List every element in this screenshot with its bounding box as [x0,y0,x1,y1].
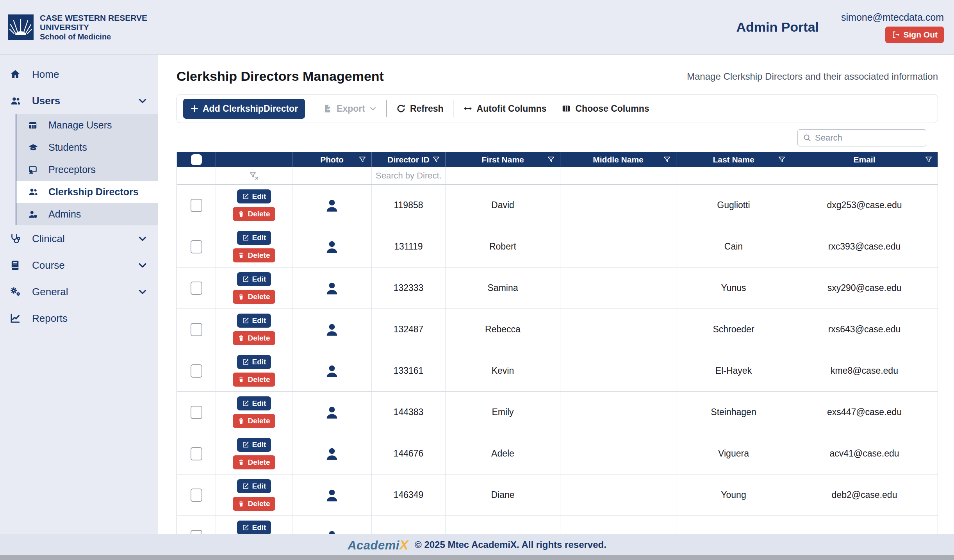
middle-name-cell [560,392,676,433]
sidebar-item-admins[interactable]: Admins [16,203,158,225]
director-id-cell: 144676 [372,433,446,474]
avatar-icon [324,446,340,462]
delete-button[interactable]: Delete [233,248,275,262]
email-cell [791,516,938,534]
row-checkbox[interactable] [191,364,202,378]
filter-funnel-icon[interactable] [924,155,933,164]
academix-logo: AcademiX [348,537,408,553]
sidebar-item-clerkship-directors[interactable]: Clerkship Directors [16,181,158,203]
brand-line2: UNIVERSITY [40,23,147,32]
sidebar-item-label: General [32,286,127,298]
filter-cell-director-id [372,167,446,184]
sidebar-item-clinical[interactable]: Clinical [0,225,158,252]
choose-columns-button[interactable]: Choose Columns [560,101,651,116]
refresh-button[interactable]: Refresh [394,101,445,116]
delete-button[interactable]: Delete [233,290,275,304]
row-checkbox[interactable] [191,530,202,534]
sidebar-item-general[interactable]: General [0,278,158,305]
sidebar-item-reports[interactable]: Reports [0,305,158,332]
trash-icon [238,210,244,218]
column-header-first-name[interactable]: First Name [446,152,560,167]
delete-button[interactable]: Delete [233,497,275,511]
edit-button[interactable]: Edit [237,479,271,493]
email-cell: exs447@case.edu [791,392,938,433]
middle-name-cell [560,516,676,534]
sidebar-item-users[interactable]: Users [0,87,158,114]
app-window: CASE WESTERN RESERVE UNIVERSITY School o… [0,0,954,560]
table-row: Edit Delete 132487 Rebecca Schroeder rxs… [177,309,938,350]
last-name-cell: Young [676,474,791,515]
row-checkbox[interactable] [191,489,202,502]
photo-cell [292,516,372,534]
clear-filter-icon[interactable] [249,171,259,181]
row-checkbox[interactable] [191,240,202,253]
edit-button[interactable]: Edit [237,314,271,328]
edit-button[interactable]: Edit [237,189,271,203]
director-id-filter-input[interactable] [372,171,445,181]
sidebar-item-label: Home [32,68,148,80]
column-header-photo[interactable]: Photo [292,152,372,167]
edit-button[interactable]: Edit [237,396,271,410]
row-select-cell [177,516,216,534]
column-header-middle-name[interactable]: Middle Name [560,152,676,167]
director-id-cell: 132487 [372,309,446,350]
edit-button-label: Edit [252,234,266,242]
cwru-sunburst-logo-icon [8,14,34,40]
book-icon [9,259,22,271]
row-checkbox[interactable] [191,282,202,295]
edit-pencil-icon [242,358,249,366]
delete-button[interactable]: Delete [233,207,275,221]
delete-button[interactable]: Delete [233,414,275,428]
filter-funnel-icon[interactable] [547,155,555,164]
first-name-cell: Samina [446,268,560,309]
column-header-last-name[interactable]: Last Name [676,152,791,167]
sidebar-item-students[interactable]: Students [16,136,158,159]
edit-button[interactable]: Edit [237,272,271,286]
sidebar-item-preceptors[interactable]: Preceptors [16,159,158,181]
academix-logo-x: X [399,537,408,552]
edit-button-label: Edit [252,358,266,366]
edit-button[interactable]: Edit [237,231,271,245]
filter-funnel-icon[interactable] [777,155,786,164]
export-icon [323,103,333,114]
row-select-cell [177,268,216,309]
sign-out-button[interactable]: Sign Out [885,27,944,43]
row-actions-cell: Edit Delete [216,268,292,309]
select-all-checkbox[interactable] [191,154,202,165]
edit-button[interactable]: Edit [237,355,271,369]
column-header-director-id[interactable]: Director ID [372,152,446,167]
autofit-columns-button[interactable]: Autofit Columns [461,101,548,116]
row-checkbox[interactable] [191,447,202,460]
filter-funnel-icon[interactable] [432,155,440,164]
sidebar-item-course[interactable]: Course [0,252,158,278]
sidebar-item-label: Clinical [32,233,127,245]
sidebar-item-home[interactable]: Home [0,61,158,87]
delete-button[interactable]: Delete [233,331,275,345]
trash-icon [238,293,244,300]
photo-cell [292,309,372,350]
director-id-cell: 132333 [372,268,446,309]
column-header-email[interactable]: Email [791,152,938,167]
filter-funnel-icon[interactable] [358,155,367,164]
edit-pencil-icon [242,524,249,531]
page-head: Clerkship Directors Management Manage Cl… [177,69,938,84]
edit-button[interactable]: Edit [237,438,271,452]
add-clerkship-director-button[interactable]: Add ClerkshipDirector [183,99,305,119]
sidebar-item-manage-users[interactable]: Manage Users [16,114,158,136]
search-input[interactable] [815,133,927,143]
home-icon [9,68,22,80]
chart-line-icon [9,312,22,324]
delete-button[interactable]: Delete [233,373,275,387]
actions-header-cell [216,152,292,167]
export-button[interactable]: Export [321,101,378,116]
edit-pencil-icon [242,441,249,448]
search-box [797,129,926,146]
avatar-icon [324,529,340,534]
row-checkbox[interactable] [191,199,202,212]
row-checkbox[interactable] [191,323,202,336]
filter-funnel-icon[interactable] [663,155,671,164]
first-name-cell: Emily [446,392,560,433]
delete-button[interactable]: Delete [233,455,275,469]
edit-button[interactable]: Edit [237,521,271,534]
row-checkbox[interactable] [191,406,202,419]
